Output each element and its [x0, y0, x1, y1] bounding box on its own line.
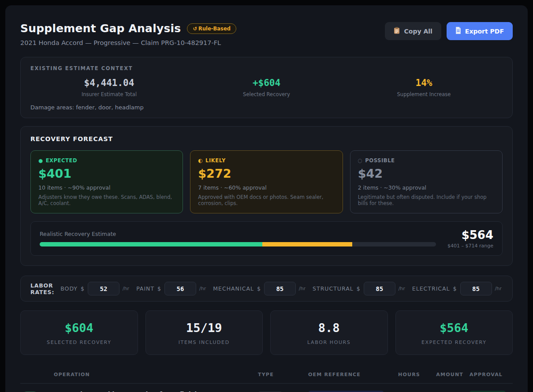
tier-possible-amount: $42 [358, 167, 495, 180]
half-circle-icon: ◐ [198, 157, 203, 164]
stat-selected-recovery: +$604 Selected Recovery [188, 78, 345, 97]
filled-circle-icon: ● [38, 157, 43, 164]
tier-expected-description: Adjusters know they owe these. Scans, AD… [38, 194, 175, 206]
rate-structural-label: STRUCTURAL [313, 285, 354, 292]
col-operation: OPERATION [54, 372, 252, 377]
likely-segment [262, 242, 352, 246]
tier-expected-meta: 10 items · ~90% approval [38, 184, 175, 191]
existing-estimate-context-card: EXISTING ESTIMATE CONTEXT $4,441.04 Insu… [20, 57, 513, 118]
dollar-sign: $ [453, 285, 457, 292]
col-type: TYPE [258, 372, 302, 377]
tier-card-expected: ●EXPECTED $401 10 items · ~90% approval … [30, 150, 183, 213]
rate-body-unit: /hr [123, 286, 129, 291]
col-toggle [21, 372, 48, 377]
copy-all-button[interactable]: Copy All [385, 22, 441, 40]
rate-paint: PAINT $ /hr [136, 282, 206, 295]
expected-segment [40, 242, 262, 246]
stat-insurer-estimate-total: $4,441.04 Insurer Estimate Total [30, 78, 188, 97]
tier-likely-amount: $272 [198, 167, 335, 180]
damage-areas-text: Damage areas: fender, door, headlamp [30, 104, 503, 111]
summary-card-items-included: 15/19 ITEMS INCLUDED [145, 310, 263, 355]
export-pdf-label: Export PDF [465, 28, 504, 35]
rate-electrical-label: ELECTRICAL [412, 285, 450, 292]
items-included-value: 15/19 [146, 321, 263, 335]
operations-table: OPERATION TYPE OEM REFERENCE HOURS AMOUN… [20, 367, 513, 392]
tier-possible-description: Legitimate but often disputed. Include i… [358, 194, 495, 206]
table-header-row: OPERATION TYPE OEM REFERENCE HOURS AMOUN… [20, 367, 513, 384]
tier-expected-label: EXPECTED [46, 157, 78, 164]
header-left: Supplement Gap Analysis ↺Rule-Based 2021… [20, 22, 236, 46]
labor-rates-bar: LABOR RATES: BODY $ /hr PAINT $ /hr MECH… [20, 276, 513, 302]
selected-recovery-label: Selected Recovery [188, 91, 345, 97]
selected-recovery-total: $604 [21, 321, 138, 335]
insurer-estimate-total-value: $4,441.04 [30, 78, 188, 88]
col-hours: HOURS [390, 372, 420, 377]
rate-paint-label: PAINT [136, 285, 154, 292]
estimate-range: $401 – $714 range [447, 243, 493, 249]
rate-mechanical-unit: /hr [299, 286, 306, 291]
col-amount: AMOUNT [426, 372, 463, 377]
copy-all-label: Copy All [404, 28, 432, 35]
tier-likely-meta: 7 items · ~60% approval [198, 184, 335, 191]
tier-card-likely: ◐LIKELY $272 7 items · ~60% approval App… [190, 150, 343, 213]
selected-recovery-value: +$604 [188, 78, 345, 88]
summary-card-selected-recovery: $604 SELECTED RECOVERY [20, 310, 138, 355]
tier-likely-description: Approved with OEM docs or photos. Seam s… [198, 194, 335, 206]
rate-mechanical-input[interactable] [264, 282, 296, 295]
rate-structural-unit: /hr [399, 286, 405, 291]
rule-based-badge: ↺Rule-Based [187, 23, 236, 34]
forecast-section-title: RECOVERY FORECAST [30, 135, 503, 142]
history-icon: ↺ [193, 26, 197, 32]
expected-recovery-value: $564 [396, 321, 513, 335]
main-panel: Supplement Gap Analysis ↺Rule-Based 2021… [5, 5, 528, 392]
dollar-sign: $ [157, 285, 161, 292]
col-approval: APPROVAL [470, 372, 512, 377]
labor-hours-value: 8.8 [271, 321, 388, 335]
dollar-sign: $ [357, 285, 361, 292]
clipboard-icon [394, 27, 400, 35]
selected-recovery-caption: SELECTED RECOVERY [21, 340, 138, 345]
dollar-sign: $ [81, 285, 85, 292]
claim-subtitle: 2021 Honda Accord — Progressive — Claim … [20, 39, 236, 46]
estimate-total: $564 [447, 228, 493, 242]
rate-body-input[interactable] [88, 282, 119, 295]
summary-cards: $604 SELECTED RECOVERY 15/19 ITEMS INCLU… [20, 310, 513, 355]
rate-electrical-unit: /hr [495, 286, 502, 291]
dotted-circle-icon: ◌ [358, 157, 363, 164]
tier-possible-label: POSSIBLE [365, 157, 395, 164]
labor-rates-title: LABOR RATES: [30, 282, 54, 295]
supplement-increase-value: 14% [345, 78, 503, 88]
rate-mechanical-label: MECHANICAL [213, 285, 254, 292]
recovery-progress-bar [40, 242, 436, 246]
rate-paint-input[interactable] [164, 282, 196, 295]
rate-electrical-input[interactable] [460, 282, 492, 295]
tier-expected-amount: $401 [38, 167, 175, 180]
stat-supplement-increase: 14% Supplement Increase [345, 78, 503, 97]
col-oem-reference: OEM REFERENCE [308, 372, 384, 377]
rate-electrical: ELECTRICAL $ /hr [412, 282, 502, 295]
summary-card-expected-recovery: $564 EXPECTED RECOVERY [395, 310, 513, 355]
export-pdf-button[interactable]: Export PDF [447, 22, 513, 40]
rule-based-badge-label: Rule-Based [198, 26, 231, 32]
labor-hours-caption: LABOR HOURS [271, 340, 388, 345]
rate-paint-unit: /hr [199, 286, 206, 291]
header-buttons: Copy All Export PDF [385, 22, 513, 40]
rate-mechanical: MECHANICAL $ /hr [213, 282, 306, 295]
expected-recovery-caption: EXPECTED RECOVERY [396, 340, 513, 345]
rate-structural: STRUCTURAL $ /hr [313, 282, 405, 295]
summary-card-labor-hours: 8.8 LABOR HOURS [270, 310, 388, 355]
document-icon [455, 27, 461, 35]
items-included-caption: ITEMS INCLUDED [146, 340, 263, 345]
realistic-recovery-estimate-panel: Realistic Recovery Estimate $564 $401 – … [30, 221, 503, 256]
dollar-sign: $ [257, 285, 261, 292]
page-header: Supplement Gap Analysis ↺Rule-Based 2021… [20, 22, 513, 46]
table-row: Protective masking/covering for refinish… [20, 384, 513, 392]
insurer-estimate-total-label: Insurer Estimate Total [30, 91, 188, 97]
rate-body: BODY $ /hr [60, 282, 129, 295]
tier-possible-meta: 2 items · ~30% approval [358, 184, 495, 191]
estimate-label: Realistic Recovery Estimate [40, 231, 436, 237]
recovery-forecast-card: RECOVERY FORECAST ●EXPECTED $401 10 item… [20, 126, 513, 266]
tier-card-possible: ◌POSSIBLE $42 2 items · ~30% approval Le… [350, 150, 503, 213]
context-section-title: EXISTING ESTIMATE CONTEXT [30, 65, 503, 71]
rate-structural-input[interactable] [364, 282, 395, 295]
